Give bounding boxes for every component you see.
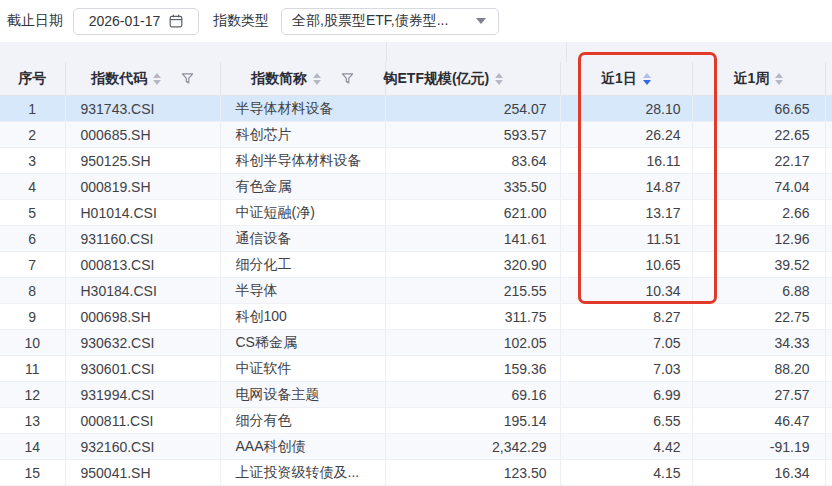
cell-1week[interactable]: 12.96 (692, 226, 825, 252)
filter-funnel-icon[interactable] (341, 72, 354, 85)
cell-1week[interactable]: 34.33 (692, 330, 825, 356)
table-row[interactable]: 11930601.CSI中证软件159.367.0388.20 (0, 356, 832, 382)
cell-seq[interactable]: 9 (0, 304, 65, 330)
column-header-1day[interactable]: 近1日 (560, 62, 692, 96)
table-row[interactable]: 1931743.CSI半导体材料设备254.0728.1066.65 (0, 96, 832, 122)
cell-index-name[interactable]: 半导体 (220, 278, 385, 304)
column-header-code[interactable]: 指数代码 (65, 62, 220, 96)
cell-1week[interactable]: 46.47 (692, 408, 825, 434)
table-row[interactable]: 12931994.CSI电网设备主题69.166.9927.57 (0, 382, 832, 408)
cell-seq[interactable]: 4 (0, 174, 65, 200)
cell-seq[interactable]: 2 (0, 122, 65, 148)
cell-1week[interactable]: 6.88 (692, 278, 825, 304)
filter-funnel-icon[interactable] (181, 72, 194, 85)
cell-index-code[interactable]: 000685.SH (65, 122, 220, 148)
cell-1day[interactable]: 8.27 (560, 304, 692, 330)
cell-index-code[interactable]: 930632.CSI (65, 330, 220, 356)
table-row[interactable]: 9000698.SH科创100311.758.2722.75 (0, 304, 832, 330)
cell-seq[interactable]: 12 (0, 382, 65, 408)
cell-seq[interactable]: 6 (0, 226, 65, 252)
cell-index-name[interactable]: 细分有色 (220, 408, 385, 434)
cell-index-name[interactable]: CS稀金属 (220, 330, 385, 356)
cell-1week[interactable]: 74.04 (692, 174, 825, 200)
cell-seq[interactable]: 8 (0, 278, 65, 304)
table-row[interactable]: 4000819.SH有色金属335.5014.8774.04 (0, 174, 832, 200)
cell-etf-scale[interactable]: 311.75 (385, 304, 560, 330)
cell-index-name[interactable]: 通信设备 (220, 226, 385, 252)
cell-seq[interactable]: 13 (0, 408, 65, 434)
column-header-etf-scale[interactable]: 钩ETF规模(亿元) (385, 62, 560, 96)
cell-etf-scale[interactable]: 2,342.29 (385, 434, 560, 460)
cell-1week[interactable]: 22.75 (692, 304, 825, 330)
cell-1day[interactable]: 6.99 (560, 382, 692, 408)
cell-1week[interactable]: 22.17 (692, 148, 825, 174)
cell-index-code[interactable]: 932160.CSI (65, 434, 220, 460)
sort-icon[interactable] (495, 73, 503, 85)
cell-index-name[interactable]: 中证短融(净) (220, 200, 385, 226)
sort-icon[interactable] (153, 73, 161, 85)
cell-seq[interactable]: 1 (0, 96, 65, 122)
cell-1week[interactable]: 66.65 (692, 96, 825, 122)
cell-seq[interactable]: 11 (0, 356, 65, 382)
sort-icon[interactable] (775, 73, 783, 85)
sort-icon[interactable] (313, 73, 321, 85)
cell-1day[interactable]: 4.15 (560, 460, 692, 486)
cell-index-code[interactable]: 000698.SH (65, 304, 220, 330)
cell-1day[interactable]: 11.51 (560, 226, 692, 252)
table-row[interactable]: 10930632.CSICS稀金属102.057.0534.33 (0, 330, 832, 356)
cell-index-name[interactable]: 细分化工 (220, 252, 385, 278)
cell-seq[interactable]: 3 (0, 148, 65, 174)
table-row[interactable]: 3950125.SH科创半导体材料设备83.6416.1122.17 (0, 148, 832, 174)
cell-1day[interactable]: 26.24 (560, 122, 692, 148)
cell-index-name[interactable]: 上证投资级转债及... (220, 460, 385, 486)
table-row[interactable]: 13000811.CSI细分有色195.146.5546.47 (0, 408, 832, 434)
cell-etf-scale[interactable]: 621.00 (385, 200, 560, 226)
cell-etf-scale[interactable]: 102.05 (385, 330, 560, 356)
cell-1day[interactable]: 4.42 (560, 434, 692, 460)
sort-icon-active-desc[interactable] (643, 73, 651, 85)
cell-etf-scale[interactable]: 254.07 (385, 96, 560, 122)
cell-index-name[interactable]: AAA科创债 (220, 434, 385, 460)
cell-index-name[interactable]: 科创半导体材料设备 (220, 148, 385, 174)
cell-etf-scale[interactable]: 335.50 (385, 174, 560, 200)
cell-index-code[interactable]: 950125.SH (65, 148, 220, 174)
cell-seq[interactable]: 5 (0, 200, 65, 226)
cell-1day[interactable]: 10.34 (560, 278, 692, 304)
cell-1week[interactable]: 22.65 (692, 122, 825, 148)
cell-index-code[interactable]: 000813.CSI (65, 252, 220, 278)
cell-seq[interactable]: 7 (0, 252, 65, 278)
index-type-select[interactable]: 全部,股票型ETF,债券型... (281, 8, 499, 35)
cell-etf-scale[interactable]: 141.61 (385, 226, 560, 252)
table-row[interactable]: 2000685.SH科创芯片593.5726.2422.65 (0, 122, 832, 148)
cell-index-code[interactable]: 000819.SH (65, 174, 220, 200)
cell-index-code[interactable]: H01014.CSI (65, 200, 220, 226)
date-input[interactable]: 2026-01-17 (73, 8, 199, 35)
cell-etf-scale[interactable]: 123.50 (385, 460, 560, 486)
table-row[interactable]: 6931160.CSI通信设备141.6111.5112.96 (0, 226, 832, 252)
cell-index-code[interactable]: 000811.CSI (65, 408, 220, 434)
column-header-name[interactable]: 指数简称 (220, 62, 385, 96)
cell-seq[interactable]: 14 (0, 434, 65, 460)
cell-index-code[interactable]: 931160.CSI (65, 226, 220, 252)
table-row[interactable]: 5H01014.CSI中证短融(净)621.0013.172.66 (0, 200, 832, 226)
cell-1day[interactable]: 16.11 (560, 148, 692, 174)
cell-1week[interactable]: 16.34 (692, 460, 825, 486)
cell-1week[interactable]: 88.20 (692, 356, 825, 382)
cell-1week[interactable]: 2.66 (692, 200, 825, 226)
cell-1week[interactable]: -91.19 (692, 434, 825, 460)
cell-index-code[interactable]: H30184.CSI (65, 278, 220, 304)
cell-1day[interactable]: 7.03 (560, 356, 692, 382)
cell-index-name[interactable]: 科创100 (220, 304, 385, 330)
cell-index-name[interactable]: 中证软件 (220, 356, 385, 382)
table-row[interactable]: 8H30184.CSI半导体215.5510.346.88 (0, 278, 832, 304)
cell-index-code[interactable]: 930601.CSI (65, 356, 220, 382)
table-row[interactable]: 15950041.SH上证投资级转债及...123.504.1516.34 (0, 460, 832, 486)
cell-etf-scale[interactable]: 83.64 (385, 148, 560, 174)
cell-1day[interactable]: 13.17 (560, 200, 692, 226)
cell-seq[interactable]: 10 (0, 330, 65, 356)
cell-etf-scale[interactable]: 593.57 (385, 122, 560, 148)
cell-1week[interactable]: 27.57 (692, 382, 825, 408)
cell-1day[interactable]: 6.55 (560, 408, 692, 434)
cell-index-name[interactable]: 科创芯片 (220, 122, 385, 148)
calendar-icon[interactable] (169, 14, 183, 28)
